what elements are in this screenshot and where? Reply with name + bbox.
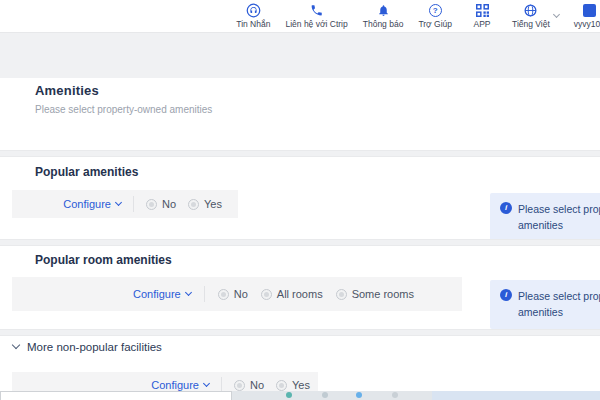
room-option-some-rooms[interactable]: Some rooms	[336, 288, 414, 300]
topbar-label-app: APP	[473, 20, 490, 29]
taskbar-tray-area	[432, 391, 600, 400]
page-subtitle: Please select property-owned amenities	[35, 104, 212, 115]
headset-icon	[246, 4, 261, 18]
more-option-yes-label: Yes	[292, 379, 310, 391]
popular-option-yes-label: Yes	[204, 198, 222, 210]
chevron-down-icon	[12, 341, 20, 349]
taskbar-app-icon[interactable]	[286, 392, 292, 398]
chevron-down-icon	[115, 199, 122, 206]
topbar-label-account: vyvy100	[574, 20, 600, 29]
globe-icon	[524, 4, 537, 18]
room-option-some-rooms-label: Some rooms	[352, 288, 414, 300]
room-configure-link[interactable]: Configure	[133, 288, 191, 300]
radio-icon	[261, 289, 272, 300]
divider	[133, 196, 134, 212]
room-notice-box: Please select property-owned amenities	[490, 280, 600, 329]
room-option-all-rooms[interactable]: All rooms	[261, 288, 323, 300]
more-facilities-title: More non-popular facilities	[27, 341, 162, 353]
bell-icon	[377, 4, 390, 18]
page-background-band	[0, 34, 600, 78]
more-facilities-toggle[interactable]: More non-popular facilities	[13, 341, 162, 353]
popular-option-no-label: No	[162, 198, 176, 210]
taskbar-search-box[interactable]	[0, 391, 232, 400]
more-option-no-label: No	[250, 379, 264, 391]
topbar-label-help: Trợ Giúp	[418, 20, 452, 29]
info-icon	[500, 202, 512, 214]
section-divider	[0, 150, 600, 157]
phone-icon	[310, 4, 323, 18]
popular-configure-link[interactable]: Configure	[63, 198, 121, 210]
help-icon	[429, 4, 442, 18]
avatar-icon	[583, 4, 596, 18]
room-option-all-rooms-label: All rooms	[277, 288, 323, 300]
divider	[204, 286, 205, 302]
radio-icon	[218, 289, 229, 300]
info-icon	[500, 289, 512, 301]
popular-notice-box: Please select property-owned amenities	[490, 193, 600, 242]
more-option-yes[interactable]: Yes	[276, 379, 310, 391]
topbar-label-messages: Tin Nhắn	[236, 20, 270, 29]
topbar-label-notifications: Thông báo	[363, 20, 404, 29]
room-configure-label: Configure	[133, 288, 181, 300]
popular-amenities-config-row: Configure No Yes	[12, 190, 238, 218]
extranet-amenities-page: Tin Nhắn Liên hệ với Ctrip Thông báo Trợ…	[0, 0, 600, 400]
topbar-label-contact: Liên hệ với Ctrip	[285, 20, 347, 29]
topbar-item-notifications[interactable]: Thông báo	[363, 4, 404, 29]
room-amenities-title: Popular room amenities	[35, 253, 172, 267]
topbar-item-messages[interactable]: Tin Nhắn	[236, 4, 270, 29]
popular-option-yes[interactable]: Yes	[188, 198, 222, 210]
popular-option-no[interactable]: No	[146, 198, 176, 210]
os-taskbar[interactable]	[0, 391, 600, 400]
page-title: Amenities	[35, 83, 99, 98]
more-configure-label: Configure	[151, 379, 199, 391]
topbar-item-app[interactable]: APP	[467, 4, 497, 29]
section-divider	[0, 239, 600, 246]
popular-amenities-title: Popular amenities	[35, 165, 138, 179]
radio-icon	[188, 199, 199, 210]
taskbar-app-icon[interactable]	[322, 392, 328, 398]
chevron-down-icon	[185, 289, 192, 296]
chevron-down-icon	[203, 380, 210, 387]
popular-configure-label: Configure	[63, 198, 111, 210]
topbar-item-language[interactable]: Tiếng Việt	[512, 4, 559, 29]
room-option-no[interactable]: No	[218, 288, 248, 300]
radio-icon	[336, 289, 347, 300]
topbar-item-contact[interactable]: Liên hệ với Ctrip	[285, 4, 347, 29]
room-amenities-config-row: Configure No All rooms Some rooms	[12, 277, 462, 311]
qr-code-icon	[476, 4, 489, 18]
popular-notice-text: Please select property-owned amenities	[518, 201, 600, 234]
taskbar-app-icon[interactable]	[392, 392, 398, 398]
more-configure-link[interactable]: Configure	[151, 379, 209, 391]
topbar-label-language: Tiếng Việt	[512, 20, 550, 29]
radio-icon	[234, 380, 245, 391]
section-divider	[0, 329, 600, 336]
topbar: Tin Nhắn Liên hệ với Ctrip Thông báo Trợ…	[0, 0, 600, 33]
topbar-item-help[interactable]: Trợ Giúp	[418, 4, 452, 29]
taskbar-app-icon[interactable]	[356, 392, 362, 398]
room-option-no-label: No	[234, 288, 248, 300]
radio-icon	[146, 199, 157, 210]
chevron-down-icon	[553, 11, 560, 18]
topbar-item-account[interactable]: vyvy100	[574, 4, 600, 29]
more-option-no[interactable]: No	[234, 379, 264, 391]
room-notice-text: Please select property-owned amenities	[518, 288, 600, 321]
radio-icon	[276, 380, 287, 391]
